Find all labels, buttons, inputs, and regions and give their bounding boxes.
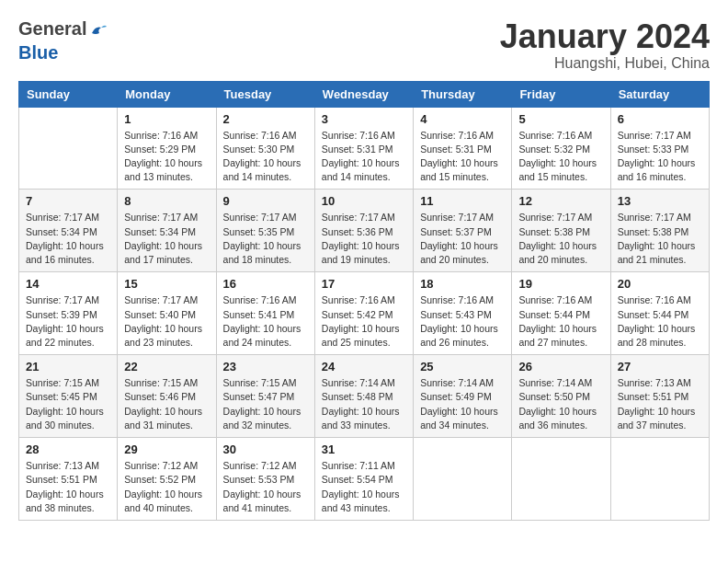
weekday-header-wednesday: Wednesday [314,81,413,107]
weekday-header-saturday: Saturday [610,81,709,107]
calendar-day-cell: 5 Sunrise: 7:16 AMSunset: 5:32 PMDayligh… [512,107,610,190]
calendar-day-cell: 25 Sunrise: 7:14 AMSunset: 5:49 PMDaylig… [414,355,512,438]
day-detail: Sunrise: 7:17 AMSunset: 5:35 PMDaylight:… [223,211,308,267]
day-detail: Sunrise: 7:14 AMSunset: 5:50 PMDaylight:… [518,376,603,432]
day-detail: Sunrise: 7:14 AMSunset: 5:49 PMDaylight:… [420,376,505,432]
weekday-header-friday: Friday [512,81,610,107]
day-number: 9 [223,194,308,208]
calendar-day-cell [19,107,118,190]
day-detail: Sunrise: 7:13 AMSunset: 5:51 PMDaylight:… [26,459,110,515]
calendar-day-cell: 8 Sunrise: 7:17 AMSunset: 5:34 PMDayligh… [118,190,216,272]
calendar-day-cell [512,438,610,521]
day-detail: Sunrise: 7:16 AMSunset: 5:41 PMDaylight:… [223,293,308,350]
day-detail: Sunrise: 7:13 AMSunset: 5:51 PMDaylight:… [618,376,702,432]
calendar-day-cell: 24 Sunrise: 7:14 AMSunset: 5:48 PMDaylig… [314,355,413,438]
calendar-subtitle: Huangshi, Hubei, China [500,55,710,72]
day-detail: Sunrise: 7:17 AMSunset: 5:39 PMDaylight:… [26,293,110,350]
day-number: 27 [618,360,702,373]
calendar-day-cell: 30 Sunrise: 7:12 AMSunset: 5:53 PMDaylig… [216,438,314,521]
day-detail: Sunrise: 7:16 AMSunset: 5:44 PMDaylight:… [518,293,603,350]
day-number: 21 [26,360,110,373]
day-number: 16 [223,277,308,291]
day-detail: Sunrise: 7:16 AMSunset: 5:44 PMDaylight:… [618,293,702,350]
calendar-day-cell: 6 Sunrise: 7:17 AMSunset: 5:33 PMDayligh… [610,107,709,190]
day-detail: Sunrise: 7:16 AMSunset: 5:31 PMDaylight:… [322,129,406,185]
day-detail: Sunrise: 7:17 AMSunset: 5:38 PMDaylight:… [518,211,603,267]
calendar-day-cell: 29 Sunrise: 7:12 AMSunset: 5:52 PMDaylig… [118,438,216,521]
calendar-day-cell: 3 Sunrise: 7:16 AMSunset: 5:31 PMDayligh… [314,107,413,190]
day-number: 14 [26,277,110,291]
day-number: 13 [618,194,702,208]
calendar-day-cell: 10 Sunrise: 7:17 AMSunset: 5:36 PMDaylig… [314,190,413,272]
calendar-day-cell: 12 Sunrise: 7:17 AMSunset: 5:38 PMDaylig… [512,190,610,272]
day-number: 26 [518,360,603,373]
day-number: 24 [322,360,406,373]
calendar-week-row: 14 Sunrise: 7:17 AMSunset: 5:39 PMDaylig… [19,272,710,355]
calendar-day-cell: 13 Sunrise: 7:17 AMSunset: 5:38 PMDaylig… [610,190,709,272]
calendar-week-row: 7 Sunrise: 7:17 AMSunset: 5:34 PMDayligh… [19,190,710,272]
logo-general: General [18,18,86,39]
day-detail: Sunrise: 7:17 AMSunset: 5:34 PMDaylight:… [26,211,110,267]
day-number: 10 [322,194,406,208]
calendar-day-cell: 31 Sunrise: 7:11 AMSunset: 5:54 PMDaylig… [314,438,413,521]
day-number: 17 [322,277,406,291]
calendar-day-cell: 11 Sunrise: 7:17 AMSunset: 5:37 PMDaylig… [414,190,512,272]
day-detail: Sunrise: 7:15 AMSunset: 5:46 PMDaylight:… [124,376,209,432]
calendar-week-row: 28 Sunrise: 7:13 AMSunset: 5:51 PMDaylig… [19,438,710,521]
calendar-day-cell: 7 Sunrise: 7:17 AMSunset: 5:34 PMDayligh… [19,190,118,272]
calendar-day-cell [414,438,512,521]
day-detail: Sunrise: 7:15 AMSunset: 5:45 PMDaylight:… [26,376,110,432]
day-detail: Sunrise: 7:16 AMSunset: 5:42 PMDaylight:… [322,293,406,350]
weekday-header-row: SundayMondayTuesdayWednesdayThursdayFrid… [19,81,710,107]
logo-bird-icon [88,20,108,40]
day-number: 3 [322,112,406,126]
day-number: 8 [124,194,209,208]
day-number: 2 [223,112,308,126]
calendar-day-cell: 14 Sunrise: 7:17 AMSunset: 5:39 PMDaylig… [19,272,118,355]
calendar-week-row: 1 Sunrise: 7:16 AMSunset: 5:29 PMDayligh… [19,107,710,190]
calendar-day-cell: 21 Sunrise: 7:15 AMSunset: 5:45 PMDaylig… [19,355,118,438]
day-number: 11 [420,194,505,208]
day-number: 25 [420,360,505,373]
calendar-day-cell: 1 Sunrise: 7:16 AMSunset: 5:29 PMDayligh… [118,107,216,190]
day-number: 23 [223,360,308,373]
calendar-day-cell: 19 Sunrise: 7:16 AMSunset: 5:44 PMDaylig… [512,272,610,355]
day-number: 5 [518,112,603,126]
calendar-day-cell: 28 Sunrise: 7:13 AMSunset: 5:51 PMDaylig… [19,438,118,521]
day-number: 20 [618,277,702,291]
calendar-title: January 2024 [500,18,710,55]
logo-blue: Blue [18,42,58,63]
calendar-day-cell: 4 Sunrise: 7:16 AMSunset: 5:31 PMDayligh… [414,107,512,190]
calendar-day-cell: 15 Sunrise: 7:17 AMSunset: 5:40 PMDaylig… [118,272,216,355]
day-number: 28 [26,442,110,456]
day-number: 4 [420,112,505,126]
day-detail: Sunrise: 7:16 AMSunset: 5:29 PMDaylight:… [124,129,209,185]
calendar-day-cell: 20 Sunrise: 7:16 AMSunset: 5:44 PMDaylig… [610,272,709,355]
calendar-day-cell: 9 Sunrise: 7:17 AMSunset: 5:35 PMDayligh… [216,190,314,272]
day-number: 1 [124,112,209,126]
calendar-day-cell: 22 Sunrise: 7:15 AMSunset: 5:46 PMDaylig… [118,355,216,438]
calendar-day-cell [610,438,709,521]
day-number: 31 [322,442,406,456]
calendar-day-cell: 27 Sunrise: 7:13 AMSunset: 5:51 PMDaylig… [610,355,709,438]
calendar-day-cell: 17 Sunrise: 7:16 AMSunset: 5:42 PMDaylig… [314,272,413,355]
day-detail: Sunrise: 7:17 AMSunset: 5:38 PMDaylight:… [618,211,702,267]
day-detail: Sunrise: 7:17 AMSunset: 5:33 PMDaylight:… [618,129,702,185]
day-detail: Sunrise: 7:14 AMSunset: 5:48 PMDaylight:… [322,376,406,432]
day-number: 12 [518,194,603,208]
day-detail: Sunrise: 7:11 AMSunset: 5:54 PMDaylight:… [322,459,406,515]
day-number: 18 [420,277,505,291]
day-number: 6 [618,112,702,126]
weekday-header-tuesday: Tuesday [216,81,314,107]
day-number: 29 [124,442,209,456]
logo: General Blue [18,18,108,63]
day-detail: Sunrise: 7:15 AMSunset: 5:47 PMDaylight:… [223,376,308,432]
calendar-day-cell: 23 Sunrise: 7:15 AMSunset: 5:47 PMDaylig… [216,355,314,438]
calendar-day-cell: 2 Sunrise: 7:16 AMSunset: 5:30 PMDayligh… [216,107,314,190]
day-number: 30 [223,442,308,456]
day-detail: Sunrise: 7:17 AMSunset: 5:37 PMDaylight:… [420,211,505,267]
day-detail: Sunrise: 7:16 AMSunset: 5:31 PMDaylight:… [420,129,505,185]
calendar-table: SundayMondayTuesdayWednesdayThursdayFrid… [18,81,710,521]
day-detail: Sunrise: 7:16 AMSunset: 5:32 PMDaylight:… [518,129,603,185]
day-detail: Sunrise: 7:17 AMSunset: 5:34 PMDaylight:… [124,211,209,267]
